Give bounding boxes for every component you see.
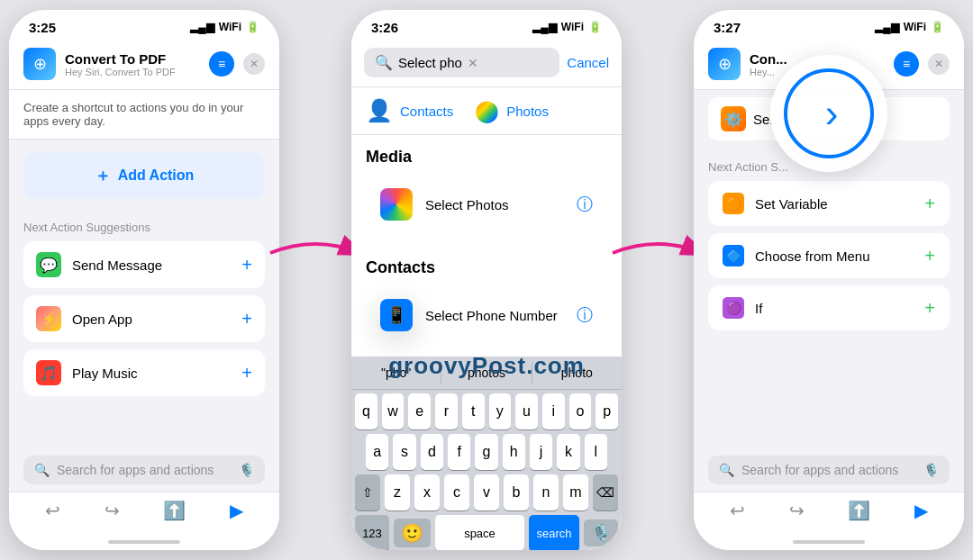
- key-shift[interactable]: ⇧: [355, 474, 380, 510]
- suggestion-pho[interactable]: "pho": [351, 362, 441, 384]
- add-open-app-icon[interactable]: +: [241, 309, 252, 330]
- media-title: Media: [366, 148, 607, 167]
- key-a[interactable]: a: [366, 434, 388, 470]
- key-p[interactable]: p: [596, 393, 618, 429]
- key-o[interactable]: o: [569, 393, 592, 429]
- key-search[interactable]: search: [529, 515, 579, 550]
- mic-icon-1[interactable]: 🎙️: [239, 463, 254, 477]
- key-w[interactable]: w: [382, 393, 405, 429]
- key-b[interactable]: b: [504, 474, 529, 510]
- next-action-header-3: Next Action S... 🟠 Set Variable + 🔷 Choo…: [694, 151, 964, 343]
- info-icon-phone[interactable]: ⓘ: [577, 304, 593, 326]
- play-icon-3[interactable]: ▶: [914, 500, 928, 521]
- key-g[interactable]: g: [475, 434, 497, 470]
- key-s[interactable]: s: [393, 434, 415, 470]
- clear-search-icon[interactable]: ✕: [468, 56, 478, 70]
- menu-button[interactable]: ≡: [209, 51, 234, 77]
- play-icon[interactable]: ▶: [230, 500, 243, 521]
- set-variable-row[interactable]: 🟠 Set Variable +: [708, 181, 950, 226]
- key-k[interactable]: k: [557, 434, 579, 470]
- quick-photos[interactable]: ⬤ Photos: [475, 98, 549, 123]
- status-time-1: 3:25: [29, 20, 56, 35]
- forward-icon[interactable]: ↪: [105, 500, 120, 521]
- key-y[interactable]: y: [489, 393, 512, 429]
- back-icon[interactable]: ↩: [45, 500, 60, 521]
- photos-label: Photos: [506, 104, 549, 119]
- key-i[interactable]: i: [542, 393, 565, 429]
- key-z[interactable]: z: [385, 474, 410, 510]
- select-phone-number-item[interactable]: 📱 Select Phone Number ⓘ: [366, 286, 607, 344]
- quick-contacts[interactable]: 👤 Contacts: [366, 98, 453, 123]
- add-set-variable-icon[interactable]: +: [924, 194, 935, 214]
- key-q[interactable]: q: [355, 393, 377, 429]
- set-variable-icon: 🟠: [723, 193, 744, 214]
- key-n[interactable]: n: [533, 474, 559, 510]
- search-input-wrap[interactable]: 🔍 Select pho ✕: [364, 48, 559, 77]
- key-f[interactable]: f: [448, 434, 470, 470]
- app-icon-3: ⊕: [708, 48, 741, 80]
- suggestion-photos[interactable]: photos: [441, 362, 532, 384]
- suggestion-photo[interactable]: photo: [532, 362, 622, 384]
- choose-from-menu-row[interactable]: 🔷 Choose from Menu +: [708, 233, 950, 278]
- search-bar-bottom-1[interactable]: 🔍 Search for apps and actions 🎙️: [23, 456, 265, 484]
- photos-icon: ⬤: [475, 98, 499, 123]
- add-choose-menu-icon[interactable]: +: [924, 246, 935, 266]
- if-row[interactable]: 🟣 If +: [708, 285, 950, 330]
- status-time-2: 3:26: [371, 20, 398, 35]
- status-bar-1: 3:25 ▂▄▆ WiFi 🔋: [9, 10, 279, 39]
- key-backspace[interactable]: ⌫: [593, 474, 618, 510]
- keyboard-area[interactable]: "pho" photos photo q w e r t y u: [351, 357, 622, 550]
- phone-3: 3:27 ▂▄▆ WiFi 🔋 ⊕ Con... Hey... ≡ ✕: [694, 10, 964, 550]
- search-icon-2: 🔍: [375, 54, 393, 71]
- if-icon: 🟣: [723, 297, 744, 319]
- key-x[interactable]: x: [414, 474, 440, 510]
- shortcut-description: Create a shortcut to actions you do in y…: [9, 90, 279, 140]
- close-button-3[interactable]: ✕: [928, 53, 950, 75]
- key-t[interactable]: t: [462, 393, 485, 429]
- action-item-send-message[interactable]: 💬 Send Message +: [23, 241, 265, 288]
- phone2-content: 🔍 Select pho ✕ Cancel 👤 Contacts ⬤ Photo…: [351, 39, 622, 550]
- info-icon-photos[interactable]: ⓘ: [577, 194, 593, 215]
- key-e[interactable]: e: [408, 393, 431, 429]
- add-action-button[interactable]: ＋ Add Action: [23, 152, 265, 199]
- add-if-icon[interactable]: +: [924, 298, 935, 319]
- key-u[interactable]: u: [515, 393, 538, 429]
- key-123[interactable]: 123: [355, 515, 389, 550]
- action-item-play-music[interactable]: 🎵 Play Music +: [23, 349, 265, 396]
- header-icons: ≡ ✕: [209, 51, 265, 77]
- search-input-text[interactable]: Select pho: [398, 55, 462, 70]
- cancel-button-2[interactable]: Cancel: [567, 55, 609, 70]
- menu-button-3[interactable]: ≡: [894, 51, 919, 77]
- share-icon-3[interactable]: ⬆️: [848, 500, 870, 521]
- wifi-icon-2: WiFi: [561, 21, 584, 33]
- battery-icon: 🔋: [246, 21, 259, 33]
- key-h[interactable]: h: [503, 434, 525, 470]
- search-bar-bottom-3[interactable]: 🔍 Search for apps and actions 🎙️: [708, 456, 950, 484]
- back-icon-3[interactable]: ↩: [730, 500, 745, 521]
- key-c[interactable]: c: [444, 474, 469, 510]
- close-button[interactable]: ✕: [243, 53, 265, 75]
- key-v[interactable]: v: [474, 474, 499, 510]
- forward-icon-3[interactable]: ↪: [789, 500, 805, 521]
- mic-icon-3[interactable]: 🎙️: [923, 463, 939, 477]
- status-icons-3: ▂▄▆ WiFi 🔋: [875, 21, 944, 33]
- action-item-open-app[interactable]: ⚡ Open App +: [23, 295, 265, 342]
- keyboard-suggestions: "pho" photos photo: [351, 357, 622, 390]
- key-m[interactable]: m: [563, 474, 588, 510]
- key-j[interactable]: j: [530, 434, 552, 470]
- add-action-label: Add Action: [118, 167, 195, 184]
- key-emoji[interactable]: 🙂: [394, 519, 431, 547]
- select-photos-item[interactable]: Select Photos ⓘ: [366, 176, 607, 233]
- key-d[interactable]: d: [421, 434, 443, 470]
- add-send-message-icon[interactable]: +: [241, 255, 252, 275]
- app-icon-1: ⊕: [23, 48, 56, 80]
- add-play-music-icon[interactable]: +: [241, 363, 252, 384]
- circle-arrow-overlay: ›: [770, 55, 887, 172]
- key-r[interactable]: r: [435, 393, 458, 429]
- key-space[interactable]: space: [435, 515, 524, 550]
- key-l[interactable]: l: [585, 434, 607, 470]
- share-icon[interactable]: ⬆️: [163, 500, 186, 521]
- selected-icon: ⚙️: [721, 106, 746, 131]
- key-mic[interactable]: 🎙️: [584, 519, 618, 546]
- app-title-wrap: Convert To PDF Hey Siri, Convert To PDF: [65, 51, 209, 77]
